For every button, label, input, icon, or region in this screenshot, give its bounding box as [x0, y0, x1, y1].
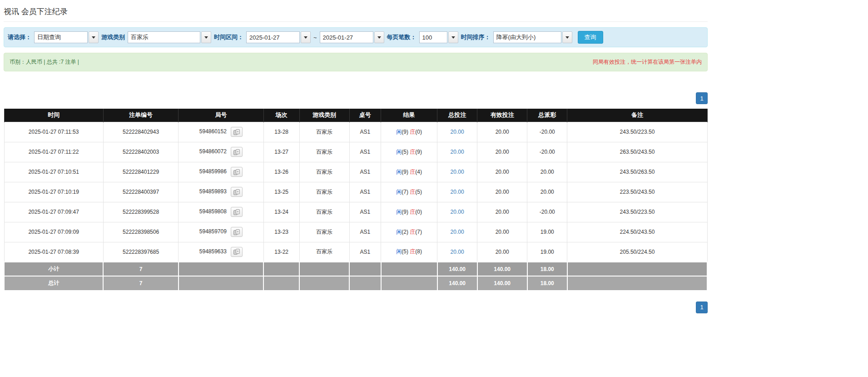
- sort-order-dropdown-button[interactable]: [562, 31, 572, 43]
- total-payout: 18.00: [527, 276, 567, 290]
- select-type-input[interactable]: [34, 31, 88, 43]
- result-player-score: (9): [402, 169, 408, 175]
- result-player-score: (9): [402, 129, 408, 135]
- chevron-down-icon: [204, 36, 208, 39]
- cell-bet-id: 522228402003: [103, 142, 179, 162]
- total-bet-link[interactable]: 20.00: [451, 129, 464, 135]
- result-banker-label: 庄: [410, 229, 415, 235]
- round-id-text: 594859633: [199, 248, 227, 255]
- date-from-input[interactable]: [246, 31, 300, 43]
- total-bet-link[interactable]: 20.00: [451, 189, 464, 195]
- cell-session: 13-23: [263, 222, 299, 242]
- records-table-body: 2025-01-27 07:11:53 522228402943 5948601…: [4, 122, 707, 262]
- round-replay-button[interactable]: [231, 127, 243, 137]
- sort-order-input[interactable]: [493, 31, 561, 43]
- result-banker-score: (0): [415, 129, 422, 135]
- cell-total-bet: 20.00: [437, 122, 477, 142]
- result-player-label: 闲: [396, 189, 402, 195]
- cell-result: 闲(5) 庄(8): [381, 242, 437, 262]
- chevron-down-icon: [377, 36, 381, 39]
- col-remark: 备注: [567, 109, 707, 122]
- result-banker-score: (0): [415, 209, 422, 215]
- pagination-bottom: 1: [4, 302, 708, 313]
- cell-session: 13-26: [263, 162, 299, 182]
- cards-icon: [233, 249, 240, 255]
- cell-result: 闲(9) 庄(4): [381, 162, 437, 182]
- cell-payout: 19.00: [527, 222, 567, 242]
- page-size-input[interactable]: [419, 31, 447, 43]
- round-id-text: 594859986: [199, 168, 227, 175]
- col-result: 结果: [381, 109, 437, 122]
- result-player-label: 闲: [396, 248, 402, 255]
- cell-game-type: 百家乐: [299, 202, 349, 222]
- page-number-button[interactable]: 1: [696, 92, 708, 104]
- round-replay-button[interactable]: [231, 247, 243, 257]
- subtotal-label: 小计: [4, 262, 103, 276]
- cell-time: 2025-01-27 07:09:09: [4, 222, 103, 242]
- date-to-combobox: [320, 31, 384, 43]
- result-banker-label: 庄: [410, 189, 415, 195]
- chevron-down-icon: [304, 36, 308, 39]
- cell-result: 闲(9) 庄(0): [381, 122, 437, 142]
- subtotal-valid-bet: 140.00: [477, 262, 527, 276]
- cell-payout: -20.00: [527, 202, 567, 222]
- total-count: 7: [103, 276, 179, 290]
- result-banker-label: 庄: [410, 129, 415, 135]
- result-player-score: (2): [402, 229, 408, 235]
- col-total-bet: 总投注: [437, 109, 477, 122]
- cell-remark: 224.50/243.50: [567, 222, 707, 242]
- round-replay-button[interactable]: [231, 147, 243, 157]
- page-number-button[interactable]: 1: [696, 302, 708, 313]
- subtotal-count: 7: [103, 262, 179, 276]
- cell-total-bet: 20.00: [437, 142, 477, 162]
- cell-time: 2025-01-27 07:09:47: [4, 202, 103, 222]
- result-banker-label: 庄: [410, 169, 415, 175]
- cell-remark: 243.50/263.50: [567, 162, 707, 182]
- select-type-combobox: [34, 31, 99, 43]
- result-player-label: 闲: [396, 229, 402, 235]
- table-row: 2025-01-27 07:09:09 522228398506 5948597…: [4, 222, 707, 242]
- cell-session: 13-24: [263, 202, 299, 222]
- total-bet-link[interactable]: 20.00: [451, 249, 464, 255]
- search-button[interactable]: 查询: [578, 31, 603, 44]
- cell-bet-id: 522228400397: [103, 182, 179, 202]
- cell-game-type: 百家乐: [299, 122, 349, 142]
- total-bet-link[interactable]: 20.00: [451, 229, 464, 235]
- round-replay-button[interactable]: [231, 167, 243, 177]
- result-banker-score: (4): [415, 169, 422, 175]
- total-bet-link[interactable]: 20.00: [451, 149, 464, 155]
- game-type-dropdown-button[interactable]: [201, 31, 211, 43]
- total-bet-link[interactable]: 20.00: [451, 169, 464, 175]
- date-to-dropdown-button[interactable]: [374, 31, 384, 43]
- cell-payout: -20.00: [527, 142, 567, 162]
- page-size-dropdown-button[interactable]: [448, 31, 458, 43]
- page-header: 视讯 会员下注纪录: [4, 0, 708, 22]
- page-size-combobox: [419, 31, 458, 43]
- cell-valid-bet: 20.00: [477, 242, 527, 262]
- sort-order-combobox: [493, 31, 572, 43]
- cell-total-bet: 20.00: [437, 162, 477, 182]
- select-type-dropdown-button[interactable]: [89, 31, 99, 43]
- cards-icon: [233, 229, 240, 235]
- col-game-type: 游戏类别: [299, 109, 349, 122]
- cards-icon: [233, 209, 240, 215]
- round-replay-button[interactable]: [231, 227, 243, 237]
- total-total-bet: 140.00: [437, 276, 477, 290]
- round-id-text: 594859893: [199, 188, 227, 195]
- cards-icon: [233, 189, 240, 195]
- col-round-id: 局号: [179, 109, 263, 122]
- game-type-input[interactable]: [128, 31, 200, 43]
- result-banker-score: (8): [415, 248, 422, 255]
- date-from-dropdown-button[interactable]: [301, 31, 311, 43]
- round-replay-button[interactable]: [231, 207, 243, 217]
- total-bet-link[interactable]: 20.00: [451, 209, 464, 215]
- cell-remark: 263.50/243.50: [567, 142, 707, 162]
- cell-game-type: 百家乐: [299, 222, 349, 242]
- date-to-input[interactable]: [320, 31, 373, 43]
- cell-game-type: 百家乐: [299, 182, 349, 202]
- cards-icon: [233, 169, 240, 175]
- result-banker-label: 庄: [410, 149, 415, 155]
- page-container: 视讯 会员下注纪录 请选择： 游戏类别 时间区间： ~: [4, 0, 708, 313]
- cell-session: 13-28: [263, 122, 299, 142]
- round-replay-button[interactable]: [231, 187, 243, 197]
